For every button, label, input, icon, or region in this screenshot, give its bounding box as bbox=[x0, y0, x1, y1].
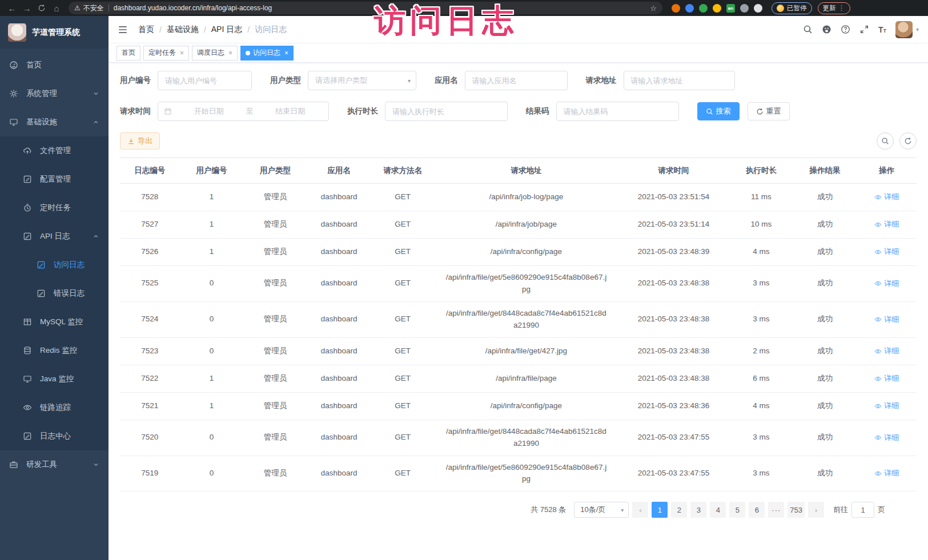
sidebar-item-error-log[interactable]: 错误日志 bbox=[0, 279, 109, 308]
request-url-input[interactable] bbox=[624, 71, 735, 90]
forward-icon[interactable]: → bbox=[19, 2, 34, 14]
sidebar-item-api-log[interactable]: API 日志 bbox=[0, 222, 109, 251]
page-button-6[interactable]: 6 bbox=[749, 502, 765, 518]
tab-job[interactable]: 定时任务× bbox=[143, 46, 189, 61]
close-icon[interactable]: × bbox=[284, 49, 288, 57]
table-cell: 2021-05-03 23:47:55 bbox=[618, 462, 729, 485]
prev-page-button[interactable]: ‹ bbox=[632, 502, 648, 518]
page-button-753[interactable]: 753 bbox=[788, 502, 805, 518]
user-id-input[interactable] bbox=[158, 71, 252, 90]
detail-link[interactable]: 详细 bbox=[874, 219, 899, 230]
extension-shield-icon[interactable] bbox=[685, 4, 694, 13]
extension-orange-icon[interactable] bbox=[672, 4, 680, 13]
sidebar-item-system[interactable]: 系统管理 bbox=[0, 79, 109, 108]
sidebar-item-trace[interactable]: 链路追踪 bbox=[0, 393, 109, 422]
font-size-icon[interactable]: TT bbox=[878, 25, 886, 34]
page-button-2[interactable]: 2 bbox=[671, 502, 687, 518]
detail-link[interactable]: 详细 bbox=[874, 373, 899, 384]
pager-more-icon[interactable]: ··· bbox=[768, 502, 784, 518]
detail-link[interactable]: 详细 bbox=[874, 191, 899, 203]
sidebar-item-file[interactable]: 文件管理 bbox=[0, 136, 109, 165]
breadcrumb-infra[interactable]: 基础设施 bbox=[167, 25, 199, 35]
extension-green-check-icon[interactable] bbox=[699, 4, 708, 13]
result-code-input[interactable] bbox=[556, 102, 679, 121]
table-cell: 2021-05-03 23:51:14 bbox=[618, 213, 729, 236]
column-header: 日志编号 bbox=[120, 158, 180, 183]
back-icon[interactable]: ← bbox=[5, 2, 19, 14]
address-bar[interactable]: ⚠ 不安全 dashboard.yudao.iocoder.cn/infra/l… bbox=[69, 2, 662, 14]
detail-link[interactable]: 详细 bbox=[874, 432, 899, 444]
extension-gray-icon[interactable] bbox=[740, 4, 749, 13]
home-icon[interactable]: ⌂ bbox=[49, 2, 64, 14]
detail-link[interactable]: 详细 bbox=[874, 345, 899, 357]
jump-page-input[interactable] bbox=[851, 502, 874, 518]
tab-access-log[interactable]: 访问日志× bbox=[240, 46, 294, 61]
table-cell: 1 bbox=[180, 367, 244, 390]
sidebar-item-config[interactable]: 配置管理 bbox=[0, 165, 109, 194]
sidebar-item-mysql[interactable]: MySQL 监控 bbox=[0, 308, 109, 336]
help-icon[interactable] bbox=[841, 25, 850, 34]
export-button[interactable]: 导出 bbox=[120, 132, 160, 150]
table-cell: 1 bbox=[180, 213, 244, 236]
sidebar-item-log-center[interactable]: 日志中心 bbox=[0, 422, 109, 450]
table-cell: 详细 bbox=[857, 394, 917, 417]
table-cell: GET bbox=[371, 240, 435, 264]
page-button-3[interactable]: 3 bbox=[690, 502, 706, 518]
breadcrumb-home[interactable]: 首页 bbox=[138, 25, 154, 35]
detail-link[interactable]: 详细 bbox=[874, 468, 899, 479]
page-button-1[interactable]: 1 bbox=[652, 502, 668, 518]
detail-label: 详细 bbox=[884, 373, 899, 384]
table-cell: 详细 bbox=[857, 272, 917, 295]
table-row: 75221管理员dashboardGET/api/infra/file/page… bbox=[120, 365, 917, 393]
table-cell: /api/infra/file/get/5e8609290e915c4fa8b0… bbox=[435, 456, 618, 491]
sidebar-item-redis[interactable]: Redis 监控 bbox=[0, 336, 109, 365]
page-button-4[interactable]: 4 bbox=[710, 502, 726, 518]
detail-link[interactable]: 详细 bbox=[874, 246, 899, 257]
sidebar-item-dev-tools[interactable]: 研发工具 bbox=[0, 450, 109, 479]
user-menu[interactable]: ▾ bbox=[895, 21, 919, 38]
table-row: 75240管理员dashboardGET/api/infra/file/get/… bbox=[120, 302, 917, 338]
date-range-picker[interactable]: 开始日期 至 结束日期 bbox=[158, 102, 329, 121]
profile-chip[interactable]: 已暂停 bbox=[772, 2, 812, 14]
page-size-select[interactable]: 10条/页 ▾ bbox=[574, 502, 629, 518]
search-icon[interactable] bbox=[803, 25, 813, 34]
duration-input[interactable] bbox=[385, 102, 508, 121]
security-warning[interactable]: ⚠ 不安全 bbox=[74, 3, 104, 13]
app-name-input[interactable] bbox=[465, 71, 568, 90]
browser-update-button[interactable]: 更新 ⋮ bbox=[818, 2, 850, 14]
github-icon[interactable] bbox=[822, 25, 831, 34]
detail-link[interactable]: 详细 bbox=[874, 314, 899, 325]
extensions-puzzle-icon[interactable] bbox=[754, 4, 762, 13]
browser-menu-icon[interactable]: ⋮ bbox=[838, 4, 845, 12]
detail-link[interactable]: 详细 bbox=[874, 400, 899, 412]
reload-icon[interactable] bbox=[34, 2, 49, 14]
sidebar-item-access-log[interactable]: 访问日志 bbox=[0, 251, 109, 279]
user-type-select[interactable]: 请选择用户类型 ▾ bbox=[308, 71, 416, 90]
reset-button[interactable]: 重置 bbox=[748, 102, 790, 120]
tab-home[interactable]: 首页 bbox=[116, 46, 140, 61]
detail-link[interactable]: 详细 bbox=[874, 278, 899, 289]
search-button[interactable]: 搜索 bbox=[697, 102, 740, 120]
app-logo[interactable]: 芋道管理系统 bbox=[0, 16, 109, 49]
extension-grid-icon[interactable] bbox=[713, 4, 721, 13]
hamburger-icon[interactable] bbox=[118, 25, 128, 35]
breadcrumb-api-log[interactable]: API 日志 bbox=[211, 25, 242, 35]
toggle-search-button[interactable] bbox=[877, 132, 894, 150]
refresh-table-button[interactable] bbox=[899, 132, 917, 150]
extension-translate-icon[interactable]: an bbox=[726, 4, 735, 13]
close-icon[interactable]: × bbox=[228, 49, 232, 57]
tab-job-log[interactable]: 调度日志× bbox=[192, 46, 238, 61]
next-page-button[interactable]: › bbox=[808, 502, 824, 518]
sidebar-item-java[interactable]: Java 监控 bbox=[0, 365, 109, 393]
export-button-label: 导出 bbox=[138, 136, 152, 146]
table-cell: 3 ms bbox=[729, 308, 793, 331]
fullscreen-icon[interactable] bbox=[859, 25, 869, 34]
sidebar-item-job[interactable]: 定时任务 bbox=[0, 194, 109, 222]
sidebar-item-home[interactable]: 首页 bbox=[0, 51, 109, 79]
bookmark-star-icon[interactable]: ☆ bbox=[650, 4, 657, 13]
page-button-5[interactable]: 5 bbox=[729, 502, 745, 518]
sidebar-item-infra[interactable]: 基础设施 bbox=[0, 108, 109, 136]
table-cell: 成功 bbox=[793, 426, 857, 449]
close-icon[interactable]: × bbox=[180, 49, 184, 57]
table-body: 75281管理员dashboardGET/api/infra/job-log/p… bbox=[120, 184, 917, 491]
